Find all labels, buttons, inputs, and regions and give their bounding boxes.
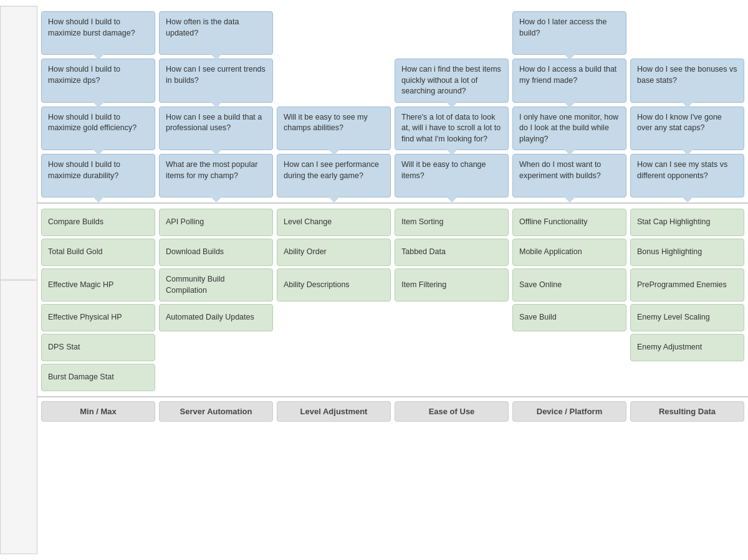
category-row: Min / MaxServer AutomationLevel Adjustme… [37,396,748,422]
feature-text-3-5: Enemy Level Scaling [637,312,710,323]
feature-row-3: Effective Physical HPAutomated Daily Upd… [41,304,744,331]
motivation-card-text-1-5: How do I see the bonuses vs base stats? [637,65,737,85]
feature-text-0-1: API Polling [166,217,204,228]
feature-cell-3-5: Enemy Level Scaling [630,304,744,331]
main-content: How should I build to maximize burst dam… [37,6,748,554]
category-label-0: Min / Max [41,401,155,422]
motivation-card-text-3-5: How can I see my stats vs different oppo… [637,160,727,180]
feature-cell-3-2 [277,304,391,331]
feature-cell-2-2: Ability Descriptions [277,268,391,301]
feature-text-5-0: Burst Damage Stat [48,372,114,383]
feature-cell-3-3 [395,304,509,331]
motivation-card-text-0-1: How often is the data updated? [166,17,239,37]
motivation-card-2-3: There's a lot of data to look at, will i… [395,107,509,151]
feature-text-0-4: Offline Functionality [519,217,588,228]
feature-cell-5-5 [630,364,744,391]
motivation-card-text-1-4: How do I access a build that my friend m… [519,65,616,85]
feature-cell-2-3: Item Filtering [395,268,509,301]
feature-cell-1-5: Bonus Highlighting [630,239,744,266]
feature-row-0: Compare BuildsAPI PollingLevel ChangeIte… [41,209,744,236]
motivation-card-2-1: How can I see a build that a professiona… [159,107,273,151]
feature-row-1: Total Build GoldDownload BuildsAbility O… [41,239,744,266]
motivation-card-text-3-1: What are the most popular items for my c… [166,160,257,180]
motivation-card-text-2-0: How should I build to maximize gold effi… [48,113,137,133]
feature-cell-0-5: Stat Cap Highlighting [630,209,744,236]
feature-cell-5-2 [277,364,391,391]
feature-text-1-2: Ability Order [284,247,327,258]
feature-cell-0-4: Offline Functionality [512,209,626,236]
motivation-card-text-3-2: How can I see performance during the ear… [284,160,379,180]
motivation-card-text-1-3: How can i find the best items quickly wi… [401,65,501,95]
motivations-label [0,6,37,280]
motivation-card-3-2: How can I see performance during the ear… [277,154,391,197]
motivation-card-1-1: How can I see current trends in builds? [159,59,273,103]
feature-text-0-3: Item Sorting [401,217,443,228]
feature-cell-3-1: Automated Daily Updates [159,304,273,331]
feature-row-5: Burst Damage Stat [41,364,744,391]
motivation-card-2-2: Will it be easy to see my champs abiliti… [277,107,391,151]
feature-cell-1-2: Ability Order [277,239,391,266]
page-container: How should I build to maximize burst dam… [0,0,748,560]
feature-cell-0-0: Compare Builds [41,209,155,236]
feature-text-2-0: Effective Magic HP [48,280,113,291]
motivation-card-text-2-4: I only have one monitor, how do I look a… [519,113,618,143]
category-label-5: Resulting Data [630,401,744,422]
feature-text-4-5: Enemy Adjustment [637,342,702,353]
feature-text-2-2: Ability Descriptions [284,280,350,291]
feature-cell-4-1 [159,334,273,361]
feature-text-1-5: Bonus Highlighting [637,247,702,258]
motivation-card-0-0: How should I build to maximize burst dam… [41,11,155,55]
motivation-card-text-2-2: Will it be easy to see my champs abiliti… [284,113,368,133]
category-label-3: Ease of Use [395,401,509,422]
feature-cell-2-1: Community Build Compilation [159,268,273,301]
features-label [0,280,37,554]
motivation-card-2-5: How do I know I've gone over any stat ca… [630,107,744,151]
motivation-card-3-4: When do I most want to experiment with b… [512,154,626,197]
motivation-card-text-1-1: How can I see current trends in builds? [166,65,266,85]
motivation-card-1-5: How do I see the bonuses vs base stats? [630,59,744,103]
feature-text-2-5: PreProgrammed Enemies [637,280,727,291]
feature-cell-4-3 [395,334,509,361]
feature-cell-3-4: Save Build [512,304,626,331]
motivation-card-0-5 [630,11,744,55]
motivation-card-2-4: I only have one monitor, how do I look a… [512,107,626,151]
motivation-card-text-2-5: How do I know I've gone over any stat ca… [637,113,722,133]
motivation-card-1-3: How can i find the best items quickly wi… [395,59,509,103]
feature-cell-5-1 [159,364,273,391]
motivation-card-1-4: How do I access a build that my friend m… [512,59,626,103]
feature-cell-3-0: Effective Physical HP [41,304,155,331]
motivation-row-3: How should I build to maximize durabilit… [41,154,744,197]
feature-text-1-0: Total Build Gold [48,247,103,258]
feature-text-1-4: Mobile Application [519,247,582,258]
motivation-card-text-2-3: There's a lot of data to look at, will i… [401,113,501,143]
motivation-card-1-0: How should I build to maximize dps? [41,59,155,103]
feature-text-3-0: Effective Physical HP [48,312,122,323]
feature-cell-1-0: Total Build Gold [41,239,155,266]
feature-text-3-4: Save Build [519,312,557,323]
feature-row-2: Effective Magic HPCommunity Build Compil… [41,268,744,301]
feature-cell-0-2: Level Change [277,209,391,236]
feature-cell-5-4 [512,364,626,391]
motivation-card-3-3: Will it be easy to change items? [395,154,509,197]
motivation-card-text-3-3: Will it be easy to change items? [401,160,486,180]
motivation-row-0: How should I build to maximize burst dam… [41,11,744,55]
features-section: Compare BuildsAPI PollingLevel ChangeIte… [37,204,748,396]
motivation-card-0-4: How do I later access the build? [512,11,626,55]
feature-cell-2-4: Save Online [512,268,626,301]
feature-text-1-3: Tabbed Data [401,247,446,258]
motivation-card-text-3-0: How should I build to maximize durabilit… [48,160,120,180]
motivation-card-3-5: How can I see my stats vs different oppo… [630,154,744,197]
motivation-card-0-2 [277,11,391,55]
motivation-row-2: How should I build to maximize gold effi… [41,107,744,151]
feature-text-1-1: Download Builds [166,247,224,258]
feature-cell-2-0: Effective Magic HP [41,268,155,301]
motivation-card-0-3 [395,11,509,55]
feature-cell-4-0: DPS Stat [41,334,155,361]
motivation-card-3-1: What are the most popular items for my c… [159,154,273,197]
left-labels [0,6,37,554]
feature-text-0-5: Stat Cap Highlighting [637,217,710,228]
feature-cell-0-3: Item Sorting [395,209,509,236]
motivation-card-text-0-0: How should I build to maximize burst dam… [48,17,135,37]
category-label-1: Server Automation [159,401,273,422]
feature-cell-5-0: Burst Damage Stat [41,364,155,391]
